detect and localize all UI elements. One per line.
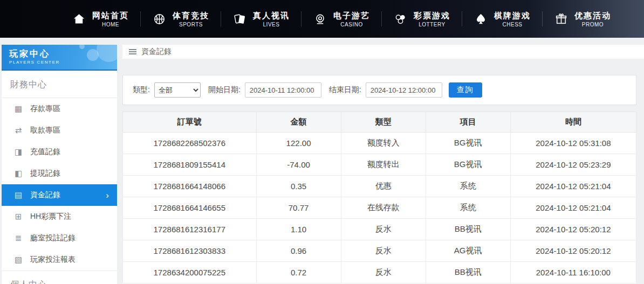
table-body: 1728682268502376122.00额度转入BG视讯2024-10-12… xyxy=(123,133,636,283)
nav-sublabel: PROMO xyxy=(582,22,604,27)
spade-icon xyxy=(474,12,488,26)
table-row: 1728681809155414-74.00额度转出BG视讯2024-10-12… xyxy=(123,154,636,176)
records-table: 訂單號 金額 類型 項目 時間 1728682268502376122.00额度… xyxy=(122,112,636,283)
col-header-amount: 金額 xyxy=(256,112,341,133)
table-header-row: 訂單號 金額 類型 項目 時間 xyxy=(123,112,636,133)
table-cell: 系统 xyxy=(426,176,510,197)
col-header-type: 類型 xyxy=(341,112,426,133)
table-row: 17286816123038330.96反水AG视讯2024-10-12 05:… xyxy=(123,240,636,262)
table-cell: -74.00 xyxy=(256,154,341,176)
table-cell: BG视讯 xyxy=(426,154,510,176)
table-cell: 反水 xyxy=(341,262,426,283)
nav-sublabel: SPORTS xyxy=(179,22,203,27)
player-report-icon: ▧ xyxy=(13,255,23,265)
live-cards-icon xyxy=(232,12,247,26)
chevron-right-icon: › xyxy=(106,191,117,200)
home-icon xyxy=(72,12,86,26)
nav-item-casino[interactable]: 电子游艺 CASINO xyxy=(302,0,381,38)
table-cell: BB视讯 xyxy=(426,262,510,283)
casino-icon xyxy=(313,12,327,26)
start-date-input[interactable] xyxy=(245,82,321,98)
table-cell: 1728681612316177 xyxy=(123,219,257,240)
sidebar-item-player-report[interactable]: ▧ 玩家投注報表 xyxy=(2,249,117,271)
sidebar-item-recharge-record[interactable]: ◨ 充值記錄 xyxy=(2,141,117,163)
end-date-input[interactable] xyxy=(366,82,442,98)
decoration-circle xyxy=(87,49,99,61)
table-cell: 1728681612303833 xyxy=(123,240,257,262)
records-table-panel: 訂單號 金額 類型 項目 時間 1728682268502376122.00额度… xyxy=(122,112,636,284)
nav-label: 电子游艺 xyxy=(333,11,370,20)
sidebar: 玩家中心 PLAYERS CENTER 財務中心 ▦ 存款專區 ⇄ 取款專區 ◨… xyxy=(2,45,117,284)
nav-item-promo[interactable]: 优惠活动 PROMO xyxy=(543,0,622,38)
filter-bar: 類型: 全部 開始日期: 结束日期: 查詢 xyxy=(122,75,636,105)
nav-sublabel: CHESS xyxy=(503,22,523,27)
withdraw-icon: ⇄ xyxy=(13,126,23,135)
lottery-bet-icon: ⊞ xyxy=(13,212,23,221)
table-cell: 优惠 xyxy=(341,176,426,197)
table-cell: 1728681664146655 xyxy=(123,197,257,219)
table-cell: 2024-10-12 05:20:12 xyxy=(510,219,636,240)
table-cell: AG视讯 xyxy=(426,240,510,262)
sidebar-item-funds-record[interactable]: ▤ 資金記錄 › xyxy=(2,184,117,206)
nav-item-home[interactable]: 网站首页 HOME xyxy=(60,0,140,38)
content-area: 玩家中心 PLAYERS CENTER 財務中心 ▦ 存款專區 ⇄ 取款專區 ◨… xyxy=(2,45,644,284)
funds-record-icon: ▤ xyxy=(13,190,23,200)
nav-item-lives[interactable]: 真人视讯 LIVES xyxy=(221,0,301,38)
start-date-label: 開始日期: xyxy=(208,85,241,95)
table-cell: 2024-10-11 16:10:00 xyxy=(510,262,636,283)
sidebar-item-deposit[interactable]: ▦ 存款專區 xyxy=(2,98,117,120)
nav-sublabel: LIVES xyxy=(263,22,280,27)
sports-icon xyxy=(152,12,167,26)
table-row: 172868166414665570.77在线存款系统2024-10-12 05… xyxy=(123,197,636,219)
table-cell: 额度转出 xyxy=(341,154,426,176)
table-cell: 0.35 xyxy=(256,176,341,197)
type-select[interactable]: 全部 xyxy=(154,82,201,98)
sidebar-item-lottery-bet[interactable]: ⊞ HH彩票下注 xyxy=(2,206,117,227)
nav-item-chess[interactable]: 棋牌游戏 CHESS xyxy=(462,0,542,38)
search-button[interactable]: 查詢 xyxy=(449,82,482,98)
table-cell: 1728681664148066 xyxy=(123,176,257,197)
deposit-icon: ▦ xyxy=(13,104,23,114)
breadcrumb: 資金記錄 xyxy=(122,45,644,59)
gift-icon xyxy=(554,12,568,26)
table-cell: 122.00 xyxy=(256,133,341,154)
table-cell: 额度转入 xyxy=(341,133,426,154)
sidebar-item-label: HH彩票下注 xyxy=(30,212,71,221)
menu-toggle-icon[interactable] xyxy=(129,49,136,54)
nav-item-sports[interactable]: 体育竞技 SPORTS xyxy=(141,0,221,38)
recharge-record-icon: ◨ xyxy=(13,147,23,157)
sidebar-item-withdraw-record[interactable]: ◧ 提現記錄 xyxy=(2,163,117,184)
table-cell: 2024-10-12 05:31:08 xyxy=(510,133,636,154)
nav-sublabel: CASINO xyxy=(340,22,362,27)
table-row: 17286816641480660.35优惠系统2024-10-12 05:21… xyxy=(123,176,636,197)
table-cell: 2024-10-12 05:21:04 xyxy=(510,197,636,219)
table-row: 17286816123161771.10反水BB视讯2024-10-12 05:… xyxy=(123,219,636,240)
nav-item-lottery[interactable]: 彩票游戏 LOTTERY xyxy=(382,0,462,38)
col-header-time: 時間 xyxy=(510,112,636,133)
players-center-header: 玩家中心 PLAYERS CENTER xyxy=(2,45,117,71)
nav-label: 棋牌游戏 xyxy=(494,11,531,20)
sidebar-item-withdraw[interactable]: ⇄ 取款專區 xyxy=(2,120,117,141)
sidebar-item-label: 玩家投注報表 xyxy=(30,255,76,265)
table-cell: 2024-10-12 05:20:12 xyxy=(510,240,636,262)
nav-label: 体育竞技 xyxy=(173,11,209,20)
table-cell: 系统 xyxy=(426,197,510,219)
table-cell: 反水 xyxy=(341,219,426,240)
section-title-finance: 財務中心 xyxy=(2,71,117,98)
nav-sublabel: HOME xyxy=(102,22,119,27)
col-header-item: 項目 xyxy=(426,112,510,133)
end-date-label: 结束日期: xyxy=(329,85,361,95)
sidebar-item-room-bet-record[interactable]: ≣ 廳室投註記錄 xyxy=(2,227,117,249)
nav-label: 优惠活动 xyxy=(574,11,611,20)
table-cell: 1728634200075225 xyxy=(123,262,257,283)
lottery-icon xyxy=(393,12,408,26)
col-header-order-no: 訂單號 xyxy=(123,112,257,133)
nav-sublabel: LOTTERY xyxy=(419,22,445,27)
top-nav: 网站首页 HOME 体育竞技 SPORTS 真人视讯 LIVES 电子游艺 CA… xyxy=(0,0,644,38)
table-cell: 1728681809155414 xyxy=(123,154,257,176)
sidebar-item-label: 取款專區 xyxy=(30,126,60,135)
section-title-personal: 個人中心 xyxy=(2,271,117,284)
table-cell: BG视讯 xyxy=(426,133,510,154)
table-cell: 1.10 xyxy=(256,219,341,240)
table-row: 1728682268502376122.00额度转入BG视讯2024-10-12… xyxy=(123,133,636,154)
